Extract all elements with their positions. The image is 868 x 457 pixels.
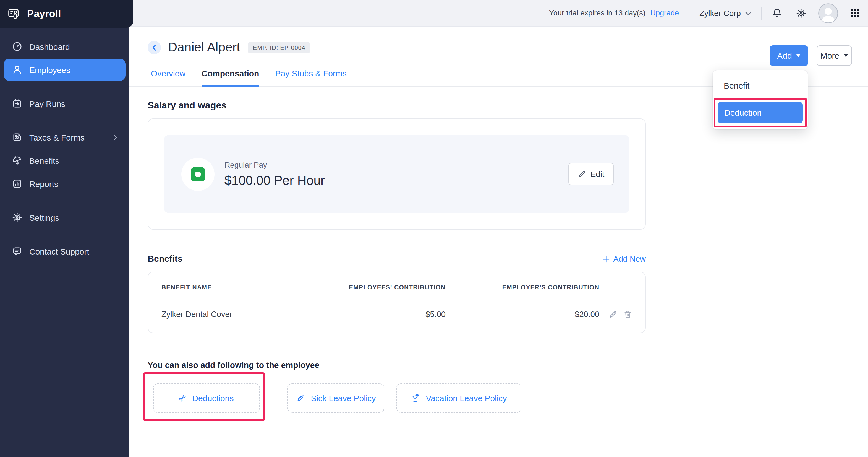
topbar: Your trial expires in 13 day(s).Upgrade … — [129, 0, 868, 27]
sidebar-item-pay-runs[interactable]: Pay Runs — [4, 92, 125, 115]
section-title-salary: Salary and wages — [148, 100, 646, 111]
pay-rate-value: $100.00 Per Hour — [224, 173, 325, 188]
bell-icon[interactable] — [772, 8, 782, 18]
tab-overview[interactable]: Overview — [151, 68, 185, 86]
app-window: Dashboard Employees Pay Runs Taxes & For… — [0, 0, 868, 457]
chevron-right-icon — [113, 134, 117, 140]
sidebar-item-settings[interactable]: Settings — [4, 206, 125, 229]
sidebar: Dashboard Employees Pay Runs Taxes & For… — [0, 0, 129, 457]
add-vacation-leave-policy-button[interactable]: Vacation Leave Policy — [396, 383, 521, 413]
column-employers-contribution: EMPLOYER'S CONTRIBUTION — [445, 284, 599, 290]
sidebar-item-benefits[interactable]: Benefits — [4, 149, 125, 172]
employees-contribution-cell: $5.00 — [311, 310, 445, 319]
sidebar-nav: Dashboard Employees Pay Runs Taxes & For… — [0, 28, 129, 263]
org-selector[interactable]: Zylker Corp — [700, 8, 751, 18]
sidebar-item-label: Contact Support — [29, 247, 89, 256]
gear-icon — [12, 212, 22, 222]
pay-type-label: Regular Pay — [224, 160, 325, 169]
highlight-box: ✂ Deductions — [143, 372, 265, 421]
sidebar-item-contact-support[interactable]: Contact Support — [4, 240, 125, 262]
salary-section: Salary and wages Regular Pay $100.00 Per… — [148, 100, 646, 421]
sidebar-item-taxes-forms[interactable]: Taxes & Forms — [4, 126, 125, 148]
benefits-header: Benefits Add New — [148, 254, 646, 264]
pencil-icon[interactable] — [609, 310, 617, 318]
edit-pay-button[interactable]: Edit — [568, 163, 614, 185]
page-header: Daniel Alpert EMP. ID: EP-0004 — [129, 27, 868, 55]
add-new-benefit-link[interactable]: Add New — [602, 255, 646, 263]
taxes-forms-icon — [12, 132, 22, 142]
sidebar-item-label: Pay Runs — [29, 99, 65, 108]
add-button[interactable]: Add — [770, 46, 808, 66]
benefits-table: BENEFIT NAME EMPLOYEES' CONTRIBUTION EMP… — [148, 272, 646, 333]
trial-expiry-text: Your trial expires in 13 day(s).Upgrade — [549, 9, 679, 17]
upgrade-link[interactable]: Upgrade — [650, 9, 679, 17]
salary-card: Regular Pay $100.00 Per Hour Edit — [148, 118, 646, 230]
pay-runs-icon — [12, 98, 22, 109]
more-button[interactable]: More — [816, 46, 852, 66]
sidebar-item-employees[interactable]: Employees — [4, 59, 125, 81]
plus-icon — [602, 255, 610, 262]
umbrella-icon — [12, 155, 22, 165]
app-logo: Payroll — [0, 0, 133, 28]
sidebar-item-label: Employees — [29, 65, 70, 75]
trash-icon[interactable] — [624, 310, 632, 318]
sidebar-item-label: Dashboard — [29, 42, 70, 51]
apps-grid-icon[interactable] — [850, 8, 860, 18]
scissors-icon: ✂ — [177, 392, 189, 404]
column-benefit-name: BENEFIT NAME — [161, 284, 311, 290]
chevron-down-icon — [745, 11, 751, 16]
tab-compensation[interactable]: Compensation — [202, 68, 259, 87]
add-dropdown-menu: Benefit Deduction — [713, 70, 808, 130]
employee-id-badge: EMP. ID: EP-0004 — [248, 42, 310, 53]
page-title: Daniel Alpert — [168, 40, 240, 55]
topbar-divider — [761, 6, 762, 20]
app-title: Payroll — [27, 8, 61, 20]
highlight-box: Deduction — [714, 98, 807, 127]
section-title-benefits: Benefits — [148, 254, 182, 264]
main-content: Daniel Alpert EMP. ID: EP-0004 Add More … — [129, 27, 868, 457]
caret-down-icon — [844, 54, 848, 57]
suggestions-header: You can also add following to the employ… — [148, 360, 646, 370]
add-sick-leave-policy-button[interactable]: Sick Leave Policy — [287, 383, 384, 413]
pencil-icon — [578, 170, 586, 178]
money-icon — [181, 158, 215, 191]
dashboard-icon — [12, 41, 22, 52]
add-deductions-button[interactable]: ✂ Deductions — [153, 383, 260, 413]
divider-line — [333, 365, 646, 365]
sidebar-item-dashboard[interactable]: Dashboard — [4, 35, 125, 58]
syringe-icon — [296, 393, 305, 403]
column-employees-contribution: EMPLOYEES' CONTRIBUTION — [311, 284, 445, 290]
benefit-name-cell: Zylker Dental Cover — [161, 310, 311, 319]
menu-item-benefit[interactable]: Benefit — [713, 75, 808, 96]
chat-bubble-icon — [12, 246, 22, 256]
sidebar-item-label: Settings — [29, 213, 59, 222]
avatar[interactable] — [818, 3, 838, 23]
payroll-logo-icon — [8, 7, 22, 21]
suggestions-row: ✂ Deductions Sick Leave Policy Vacation … — [148, 372, 646, 421]
reports-icon — [12, 179, 22, 189]
gear-icon[interactable] — [796, 8, 806, 18]
cocktail-icon — [411, 393, 421, 403]
sidebar-item-label: Benefits — [29, 156, 59, 165]
benefits-table-header: BENEFIT NAME EMPLOYEES' CONTRIBUTION EMP… — [161, 272, 632, 298]
suggestions-title: You can also add following to the employ… — [148, 360, 319, 370]
back-button[interactable] — [148, 41, 161, 54]
sidebar-item-label: Taxes & Forms — [29, 133, 85, 142]
employees-icon — [12, 65, 22, 75]
menu-item-deduction[interactable]: Deduction — [718, 102, 803, 123]
caret-down-icon — [797, 54, 801, 57]
org-name: Zylker Corp — [700, 8, 741, 18]
tab-pay-stubs-forms[interactable]: Pay Stubs & Forms — [275, 68, 346, 86]
table-row: Zylker Dental Cover $5.00 $20.00 — [161, 298, 632, 333]
employers-contribution-cell: $20.00 — [445, 310, 599, 319]
topbar-divider — [689, 6, 689, 20]
sidebar-item-label: Reports — [29, 179, 58, 189]
regular-pay-panel: Regular Pay $100.00 Per Hour Edit — [164, 135, 629, 213]
sidebar-item-reports[interactable]: Reports — [4, 173, 125, 195]
